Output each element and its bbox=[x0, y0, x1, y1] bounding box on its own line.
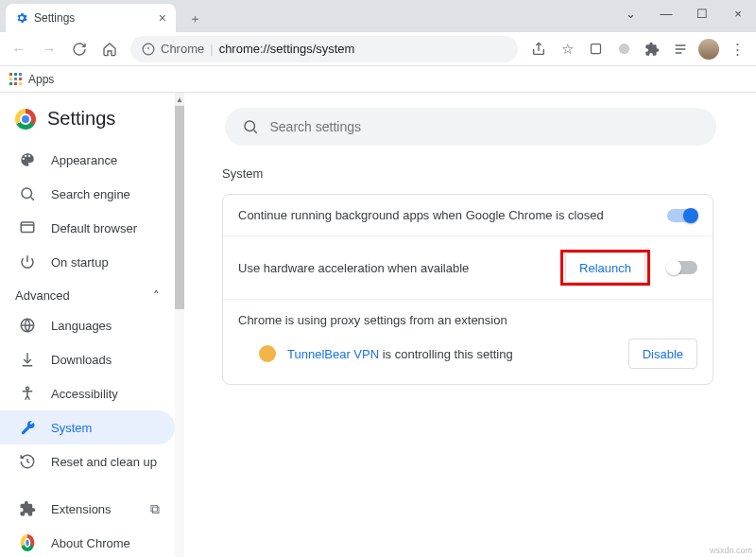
sidebar-section-advanced[interactable]: Advanced ˄ bbox=[0, 279, 175, 308]
search-icon bbox=[19, 185, 36, 202]
sidebar-item-languages[interactable]: Languages bbox=[0, 308, 175, 342]
gear-icon bbox=[15, 11, 28, 25]
window-controls: ⌄ — ☐ × bbox=[612, 0, 756, 26]
reload-button[interactable] bbox=[66, 36, 93, 62]
bookmark-apps-label[interactable]: Apps bbox=[28, 73, 54, 86]
globe-icon bbox=[19, 317, 36, 334]
row-proxy-extension: TunnelBear VPN is controlling this setti… bbox=[223, 331, 713, 384]
chevron-down-icon[interactable]: ⌄ bbox=[612, 0, 648, 26]
sidebar-item-system[interactable]: System bbox=[0, 410, 175, 444]
bookmark-star-icon[interactable]: ☆ bbox=[554, 36, 580, 62]
nav-forward-button[interactable]: → bbox=[36, 36, 62, 62]
system-card: Continue running background apps when Go… bbox=[222, 194, 713, 385]
sidebar-section-label: Advanced bbox=[15, 288, 70, 303]
toggle-hw-accel[interactable] bbox=[667, 261, 697, 274]
proxy-status-text: Chrome is using proxy settings from an e… bbox=[223, 300, 713, 331]
sidebar-item-label: System bbox=[51, 421, 92, 435]
new-tab-button[interactable]: ＋ bbox=[181, 6, 208, 32]
sidebar-scrollbar[interactable]: ▲ bbox=[175, 93, 184, 557]
svg-point-3 bbox=[22, 188, 32, 199]
tunnelbear-icon bbox=[259, 345, 276, 362]
sidebar-item-downloads[interactable]: Downloads bbox=[0, 342, 175, 376]
url-label-path: chrome://settings/system bbox=[219, 42, 355, 56]
reading-list-icon[interactable] bbox=[667, 36, 694, 62]
chrome-logo-icon bbox=[15, 109, 36, 130]
sidebar-item-label: Extensions bbox=[51, 502, 112, 516]
toggle-background-apps[interactable] bbox=[667, 209, 697, 222]
scrollbar-thumb[interactable] bbox=[175, 106, 184, 309]
row-background-apps: Continue running background apps when Go… bbox=[223, 195, 713, 236]
browser-tab-active[interactable]: Settings × bbox=[6, 4, 176, 32]
tab-title: Settings bbox=[34, 11, 153, 25]
share-icon[interactable] bbox=[525, 36, 552, 62]
browser-icon bbox=[19, 219, 36, 236]
sidebar-item-label: Reset and clean up bbox=[51, 455, 157, 469]
relaunch-highlight: Relaunch bbox=[560, 250, 650, 286]
download-icon bbox=[19, 351, 36, 368]
chrome-icon bbox=[19, 534, 36, 551]
sidebar-item-default-browser[interactable]: Default browser bbox=[0, 211, 175, 245]
section-title: System bbox=[222, 166, 718, 181]
window-minimize[interactable]: — bbox=[648, 0, 684, 26]
relaunch-button[interactable]: Relaunch bbox=[565, 252, 645, 283]
sidebar-item-label: On startup bbox=[51, 255, 109, 270]
settings-main: System Continue running background apps … bbox=[184, 93, 756, 557]
url-label-prefix: Chrome bbox=[161, 42, 204, 56]
svg-rect-4 bbox=[21, 222, 34, 233]
sidebar-item-accessibility[interactable]: Accessibility bbox=[0, 376, 175, 410]
extension-suffix: is controlling this setting bbox=[379, 347, 513, 361]
svg-rect-1 bbox=[591, 44, 600, 54]
sidebar-item-label: Appearance bbox=[51, 153, 117, 167]
row-label: Use hardware acceleration when available bbox=[238, 261, 469, 275]
menu-kebab-icon[interactable]: ⋮ bbox=[724, 36, 750, 62]
sidebar-item-label: Downloads bbox=[51, 353, 112, 367]
svg-point-7 bbox=[245, 121, 255, 131]
scroll-up-icon[interactable]: ▲ bbox=[175, 93, 184, 106]
profile-avatar[interactable] bbox=[696, 36, 722, 62]
row-label: Continue running background apps when Go… bbox=[238, 208, 604, 222]
sidebar-item-reset[interactable]: Reset and clean up bbox=[0, 444, 175, 479]
settings-title: Settings bbox=[47, 108, 115, 130]
svg-point-6 bbox=[26, 387, 29, 390]
disable-button[interactable]: Disable bbox=[628, 339, 697, 369]
sidebar-item-label: Default browser bbox=[51, 221, 137, 235]
sidebar-item-extensions[interactable]: Extensions ⧉ bbox=[0, 492, 175, 526]
extension-name-link[interactable]: TunnelBear VPN bbox=[287, 347, 379, 361]
search-input[interactable] bbox=[270, 119, 699, 134]
row-hw-accel: Use hardware acceleration when available… bbox=[223, 236, 713, 300]
settings-search[interactable] bbox=[225, 108, 716, 146]
close-icon[interactable]: × bbox=[159, 11, 166, 25]
window-close[interactable]: × bbox=[720, 0, 756, 26]
sidebar-item-appearance[interactable]: Appearance bbox=[0, 143, 175, 177]
power-icon bbox=[19, 253, 36, 270]
watermark: wsxdn.com bbox=[710, 546, 752, 555]
sidebar-item-label: Accessibility bbox=[51, 387, 118, 401]
apps-grid-icon[interactable] bbox=[9, 73, 23, 86]
chevron-up-icon: ˄ bbox=[153, 288, 160, 303]
sidebar-item-search-engine[interactable]: Search engine bbox=[0, 177, 175, 211]
sidebar-item-label: Search engine bbox=[51, 187, 130, 201]
browser-toolbar: ← → Chrome | chrome://settings/system ☆ … bbox=[0, 32, 756, 66]
settings-app: Settings Appearance Search engine Defaul… bbox=[0, 93, 756, 557]
wrench-icon bbox=[19, 419, 36, 436]
nav-back-button[interactable]: ← bbox=[6, 36, 32, 62]
toolbar-icon-1[interactable] bbox=[582, 36, 609, 62]
window-maximize[interactable]: ☐ bbox=[684, 0, 720, 26]
extensions-puzzle-icon[interactable] bbox=[639, 36, 665, 62]
site-info-icon bbox=[142, 43, 155, 56]
search-icon bbox=[242, 118, 259, 135]
restore-icon bbox=[19, 453, 36, 470]
settings-sidebar: Settings Appearance Search engine Defaul… bbox=[0, 93, 175, 557]
window-titlebar: Settings × ＋ ⌄ — ☐ × bbox=[0, 0, 756, 32]
home-button[interactable] bbox=[96, 36, 123, 62]
toolbar-icon-2[interactable] bbox=[610, 36, 637, 62]
sidebar-item-on-startup[interactable]: On startup bbox=[0, 245, 175, 279]
sidebar-item-label: Languages bbox=[51, 319, 112, 333]
extension-icon bbox=[19, 500, 36, 517]
open-external-icon: ⧉ bbox=[150, 501, 160, 517]
bookmarks-bar: Apps bbox=[0, 66, 756, 93]
svg-point-2 bbox=[618, 44, 628, 54]
palette-icon bbox=[19, 151, 36, 168]
sidebar-item-about[interactable]: About Chrome bbox=[0, 526, 175, 557]
address-bar[interactable]: Chrome | chrome://settings/system bbox=[130, 36, 518, 62]
